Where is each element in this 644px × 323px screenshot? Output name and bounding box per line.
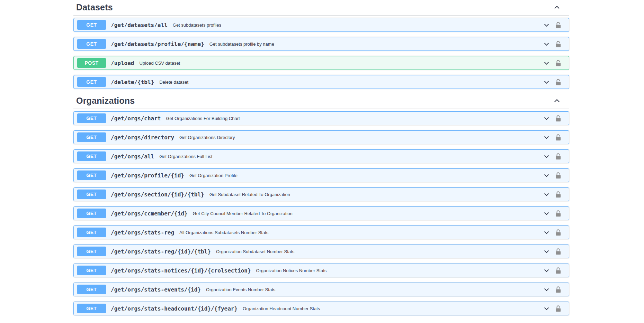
method-badge: GET [77, 132, 106, 142]
api-section: Datasets GET /get/datasets/all Get subda… [73, 1, 569, 89]
endpoint-row[interactable]: GET /get/orgs/profile/{id} Get Organizat… [73, 168, 569, 182]
chevron-down-icon [543, 22, 550, 28]
expand-operation-button[interactable] [543, 248, 550, 255]
row-controls [543, 153, 561, 160]
unlock-icon [555, 191, 561, 198]
unlock-icon [555, 267, 561, 274]
unlock-icon [555, 21, 561, 29]
row-controls [543, 40, 561, 48]
endpoint-row[interactable]: GET /delete/{tbl} Delete dataset [73, 75, 569, 89]
section-header[interactable]: Datasets [73, 1, 569, 16]
method-badge: POST [77, 58, 106, 68]
authorize-button[interactable] [555, 21, 561, 29]
authorize-button[interactable] [555, 153, 561, 160]
expand-operation-button[interactable] [543, 79, 550, 85]
endpoint-row[interactable]: GET /get/orgs/ccmember/{id} Get City Cou… [73, 206, 569, 220]
endpoint-path: /get/orgs/ccmember/{id} [111, 210, 188, 217]
chevron-up-icon [553, 4, 561, 11]
method-badge: GET [77, 228, 106, 237]
authorize-button[interactable] [555, 172, 561, 179]
chevron-down-icon [543, 267, 550, 274]
expand-operation-button[interactable] [543, 286, 550, 293]
expand-operation-button[interactable] [543, 115, 550, 122]
endpoint-row[interactable]: GET /get/orgs/chart Get Organizations Fo… [73, 111, 569, 125]
chevron-down-icon [543, 210, 550, 217]
endpoint-summary: Upload CSV dataset [139, 61, 180, 66]
endpoint-row[interactable]: GET /get/orgs/section/{id}/{tbl} Get Sub… [73, 187, 569, 201]
authorize-button[interactable] [555, 134, 561, 141]
chevron-down-icon [543, 286, 550, 293]
collapse-section-button[interactable] [553, 97, 561, 104]
endpoint-summary: Get Organizations Full List [159, 154, 212, 159]
section-title: Organizations [76, 96, 135, 106]
expand-operation-button[interactable] [543, 172, 550, 179]
expand-operation-button[interactable] [543, 134, 550, 141]
authorize-button[interactable] [555, 267, 561, 274]
section-header[interactable]: Organizations [73, 94, 569, 109]
expand-operation-button[interactable] [543, 305, 550, 312]
authorize-button[interactable] [555, 229, 561, 236]
chevron-up-icon [553, 97, 561, 104]
method-badge: GET [77, 77, 106, 87]
authorize-button[interactable] [555, 191, 561, 198]
chevron-down-icon [543, 115, 550, 122]
endpoint-row[interactable]: GET /get/orgs/stats-headcount/{id}/{fyea… [73, 302, 569, 315]
expand-operation-button[interactable] [543, 22, 550, 28]
endpoint-row[interactable]: GET /get/datasets/all Get subdatasets pr… [73, 18, 569, 32]
authorize-button[interactable] [555, 248, 561, 255]
collapse-section-button[interactable] [553, 4, 561, 11]
chevron-down-icon [543, 248, 550, 255]
endpoint-summary: Get Organizations Directory [179, 135, 235, 140]
unlock-icon [555, 153, 561, 160]
authorize-button[interactable] [555, 79, 561, 86]
endpoint-path: /get/orgs/section/{id}/{tbl} [111, 191, 204, 198]
unlock-icon [555, 115, 561, 122]
authorize-button[interactable] [555, 286, 561, 293]
endpoint-row[interactable]: GET /get/orgs/stats-notices/{id}/{crolse… [73, 264, 569, 277]
endpoint-row[interactable]: GET /get/orgs/stats-events/{id} Organiza… [73, 283, 569, 296]
endpoint-summary: Get subdatasets profile by name [209, 41, 274, 47]
unlock-icon [555, 172, 561, 179]
method-badge: GET [77, 39, 106, 49]
authorize-button[interactable] [555, 305, 561, 312]
expand-operation-button[interactable] [543, 267, 550, 274]
expand-operation-button[interactable] [543, 153, 550, 160]
row-controls [543, 248, 561, 255]
endpoint-summary: Get City Council Member Related To Organ… [193, 211, 293, 216]
authorize-button[interactable] [555, 115, 561, 122]
endpoint-path: /upload [111, 60, 134, 66]
endpoint-list: GET /get/datasets/all Get subdatasets pr… [73, 18, 569, 89]
endpoint-summary: Delete dataset [159, 80, 188, 85]
endpoint-row[interactable]: POST /upload Upload CSV dataset [73, 56, 569, 70]
endpoint-summary: Get Organizations For Building Chart [166, 116, 240, 121]
row-controls [543, 172, 561, 179]
unlock-icon [555, 40, 561, 48]
expand-operation-button[interactable] [543, 229, 550, 236]
endpoint-row[interactable]: GET /get/datasets/profile/{name} Get sub… [73, 37, 569, 51]
authorize-button[interactable] [555, 40, 561, 48]
chevron-down-icon [543, 134, 550, 141]
endpoint-path: /delete/{tbl} [111, 79, 154, 85]
row-controls [543, 267, 561, 274]
endpoint-row[interactable]: GET /get/orgs/all Get Organizations Full… [73, 149, 569, 163]
method-badge: GET [77, 113, 106, 123]
row-controls [543, 134, 561, 141]
method-badge: GET [77, 151, 106, 161]
endpoint-row[interactable]: GET /get/orgs/directory Get Organization… [73, 130, 569, 144]
api-section: Organizations GET /get/orgs/chart Get Or… [73, 94, 569, 315]
endpoint-row[interactable]: GET /get/orgs/stats-reg/{id}/{tbl} Organ… [73, 244, 569, 258]
expand-operation-button[interactable] [543, 60, 550, 66]
authorize-button[interactable] [555, 210, 561, 217]
chevron-down-icon [543, 60, 550, 66]
chevron-down-icon [543, 305, 550, 312]
endpoint-summary: Organization Subdataset Number Stats [216, 249, 294, 254]
unlock-icon [555, 305, 561, 312]
expand-operation-button[interactable] [543, 191, 550, 198]
expand-operation-button[interactable] [543, 210, 550, 217]
expand-operation-button[interactable] [543, 41, 550, 47]
method-badge: GET [77, 285, 106, 294]
authorize-button[interactable] [555, 59, 561, 67]
endpoint-path: /get/datasets/all [111, 22, 168, 28]
row-controls [543, 305, 561, 312]
endpoint-row[interactable]: GET /get/orgs/stats-reg All Organization… [73, 225, 569, 239]
